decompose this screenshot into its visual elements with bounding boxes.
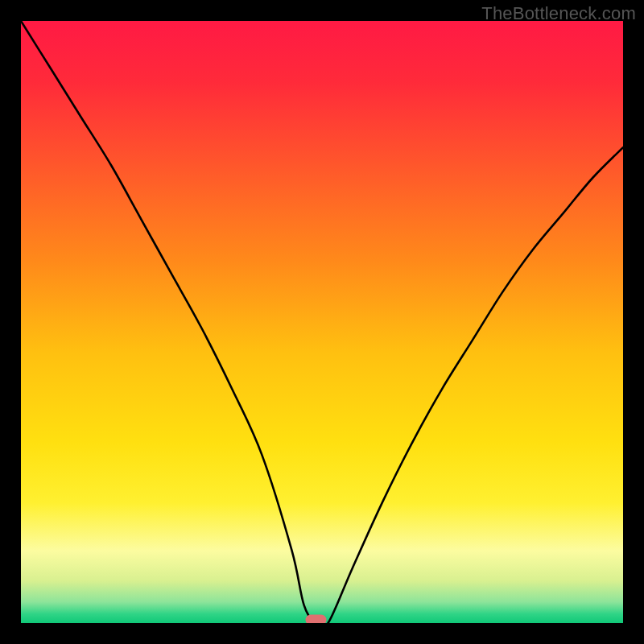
- plot-area: [21, 21, 623, 623]
- optimal-point-marker: [306, 615, 327, 624]
- watermark-text: TheBottleneck.com: [481, 3, 636, 24]
- bottleneck-curve: [21, 21, 623, 623]
- chart-container: TheBottleneck.com: [0, 0, 644, 644]
